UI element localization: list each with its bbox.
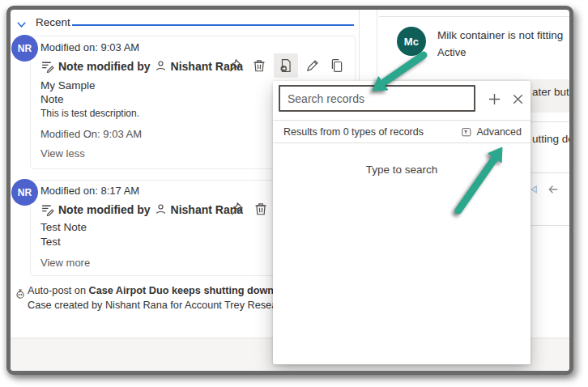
note-modified-header: Modified on: 8:17 AM bbox=[40, 185, 139, 197]
right-card-top-rule bbox=[379, 16, 569, 17]
autopost-line2: Case created by Nishant Rana for Account… bbox=[28, 300, 292, 311]
autopost-line1: Auto-post on Case Airpot Duo keeps shutt… bbox=[28, 285, 303, 296]
avatar: NR bbox=[11, 179, 38, 206]
person-icon bbox=[155, 203, 167, 215]
advanced-lookup-icon bbox=[461, 126, 472, 138]
screenshot-canvas: Recent NR Modified on: 9:03 AM Note modi… bbox=[0, 0, 588, 387]
case-status: Active bbox=[437, 46, 466, 58]
empty-state-text: Type to search bbox=[273, 164, 530, 176]
view-less-link[interactable]: View less bbox=[40, 147, 85, 159]
panel-divider bbox=[377, 10, 377, 81]
autopost-subject: Case Airpot Duo keeps shutting down: bbox=[88, 285, 277, 296]
pin-icon[interactable] bbox=[229, 202, 244, 216]
avatar: NR bbox=[11, 35, 38, 62]
results-header-row: Results from 0 types of records Advanced bbox=[273, 120, 530, 143]
recent-section-label: Recent bbox=[36, 16, 70, 28]
note-description: This is test description. bbox=[40, 108, 139, 119]
link-record-icon[interactable] bbox=[274, 53, 298, 78]
chevron-down-icon[interactable] bbox=[15, 19, 28, 31]
avatar: Mc bbox=[397, 27, 426, 56]
app-window-frame: Recent NR Modified on: 9:03 AM Note modi… bbox=[6, 6, 573, 375]
view-more-link[interactable]: View more bbox=[40, 257, 90, 269]
recent-section-rule bbox=[72, 24, 354, 26]
clipped-row-text: utting down bbox=[532, 133, 569, 145]
note-modified-header: Modified on: 9:03 AM bbox=[40, 41, 139, 53]
auto-post-icon bbox=[15, 288, 26, 300]
autopost-prefix: Auto-post on bbox=[28, 285, 88, 296]
advanced-lookup-label: Advanced bbox=[476, 126, 522, 138]
delete-icon[interactable] bbox=[254, 202, 268, 216]
note-author: Nishant Rana bbox=[171, 60, 243, 73]
clipped-row-text: ater but re bbox=[532, 86, 569, 98]
note-body-line: My Sample bbox=[40, 79, 96, 91]
search-records-flyout: Results from 0 types of records Advanced… bbox=[273, 81, 530, 364]
note-body-line: Test bbox=[40, 236, 61, 248]
case-title: Milk container is not fitting bbox=[437, 29, 563, 41]
person-icon bbox=[155, 60, 167, 72]
note-body-line: Test Note bbox=[40, 221, 87, 233]
search-input[interactable] bbox=[279, 85, 475, 112]
advanced-lookup-button[interactable]: Advanced bbox=[461, 126, 522, 138]
note-title-prefix: Note modified by bbox=[58, 203, 151, 216]
copy-icon[interactable] bbox=[330, 58, 344, 73]
note-icon bbox=[40, 202, 54, 216]
edit-icon[interactable] bbox=[305, 58, 320, 73]
note-icon bbox=[40, 59, 54, 73]
previous-page-icon[interactable] bbox=[546, 182, 560, 197]
results-count-text: Results from 0 types of records bbox=[283, 126, 461, 138]
delete-icon[interactable] bbox=[252, 58, 266, 73]
add-icon[interactable] bbox=[482, 86, 506, 112]
note-body-line: Note bbox=[40, 93, 64, 105]
close-icon[interactable] bbox=[506, 86, 529, 112]
note-title-prefix: Note modified by bbox=[58, 60, 151, 73]
note-modified-footer: Modified On: 9:03 AM bbox=[40, 128, 142, 140]
